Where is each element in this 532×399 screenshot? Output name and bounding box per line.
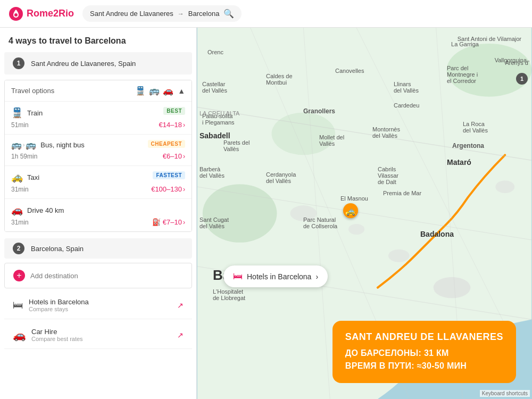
map-label-cardedeu: Cardedeu [394,102,419,109]
collapse-icon[interactable]: ▲ [178,87,185,95]
map-label-cabrils: CabrilsVilassarde Dalt [378,166,398,185]
travel-options-header[interactable]: Travel options 🚆 🚌 🚗 ▲ [5,80,192,101]
map-label-sant-cugat: Sant Cugatdel Vallès [200,217,229,229]
add-destination-icon[interactable]: + [13,270,25,281]
map-label-la-creu: LA CREU ALTA [200,110,239,117]
map-label-parc: Parc delMontnegre iel Corredor [447,65,478,84]
map-label-cerdanyola: Cerdanyoladel Vallès [266,171,296,184]
hotels-service-row[interactable]: 🛏 Hotels in Barcelona Compare stays ↗ [4,292,192,319]
map-label-el-masnou: El Masnou [340,195,368,202]
train-label: Train [27,109,43,117]
bus-duration: 1h 59min [11,153,37,160]
map-label-vilamajor: Sant Antoni de Vilamajor [458,36,521,42]
search-to: Barcelona [188,10,220,18]
info-box: SANT ANDREU DE LLAVANERES ДО БАРСЕЛОНЫ: … [332,321,516,383]
map-label-parc-colserola: Parc Naturalde Collserola [303,217,337,229]
svg-point-10 [495,180,514,193]
svg-point-1 [14,13,18,16]
search-arrow-icon: → [178,10,184,18]
bus-icon: 🚌 [11,140,22,150]
svg-point-6 [434,277,471,298]
train-icon: 🚆 [11,107,23,119]
car-hire-service-icon: 🚗 [13,329,26,342]
hotels-service-icon: 🛏 [13,299,23,311]
map-label-caldes: Caldes deMontbui [266,73,293,86]
map-marker-1: 1 [516,73,528,85]
search-from: Sant Andreu de Llavaneres [90,10,173,18]
map-label-sabadell: Sabadell [200,131,230,140]
info-box-line1: ДО БАРСЕЛОНЫ: 31 КМ [345,347,503,360]
train-duration: 51min [11,121,29,129]
map-label-argentona: Argentona [452,142,484,149]
map-label-la-roca: La Rocadel Vallès [463,121,488,134]
location-1-number: 1 [13,57,24,69]
rome2rio-logo-icon [9,6,23,21]
drive-extras: ⛽ €7–10 › [152,218,185,226]
svg-point-8 [348,224,364,235]
travel-options-label: Travel options [11,87,54,95]
transport-card-bus[interactable]: 🚌 › 🚌 Bus, night bus CHEAPEST 1h 59min €… [5,134,192,165]
transport-filter-icons: 🚆 🚌 🚗 [135,86,173,96]
map-label-parets: Parets delVallès [223,139,250,152]
hotels-service-left: 🛏 Hotels in Barcelona Compare stays [13,298,89,312]
map-label-montornes: Montornèsdel Vallès [372,126,400,139]
transport-card-train[interactable]: 🚆 Train BEST 51min €14–18 › [5,101,192,134]
map-label-badalona: Badalona [420,230,454,238]
search-submit-icon[interactable]: 🔍 [223,9,234,19]
hotels-map-chevron: › [315,272,318,281]
map-label-canovelles: Canovelles [335,68,364,74]
cheapest-badge: CHEAPEST [148,140,185,148]
map-label-arenya: Arenys d' [505,60,529,66]
bus-label: Bus, night bus [40,141,84,149]
info-box-title: SANT ANDREU DE LLAVANERES [345,331,503,343]
map-label-castellar: Castellardel Vallès [202,81,227,94]
location-2-name: Barcelona, Spain [31,245,84,253]
drive-label: Drive 40 km [27,206,64,214]
add-destination-row[interactable]: + [4,263,192,288]
bus-price: €6–10 › [163,152,185,160]
add-destination-input[interactable] [30,272,183,280]
location-2-number: 2 [13,243,24,254]
location-2[interactable]: 2 Barcelona, Spain [4,238,192,259]
map-label-mataro: Mataró [447,158,471,167]
location-1-name: Sant Andreu de Llavaneres, Spain [31,60,136,68]
map-label-premia: Premia de Mar [383,190,421,196]
fuel-icon: ⛽ [152,218,161,226]
taxi-icon: 🚕 [11,171,23,183]
car-hire-service-row[interactable]: 🚗 Car Hire Compare best rates ↗ [4,321,192,349]
car-hire-service-name: Car Hire [31,328,83,336]
svg-point-5 [203,184,277,243]
best-badge: BEST [163,107,185,115]
taxi-duration: 31min [11,186,29,193]
logo[interactable]: Rome2Rio [9,6,74,21]
header: Rome2Rio Sant Andreu de Llavaneres → Bar… [0,0,532,28]
drive-duration: 31min [11,219,29,226]
info-box-line2: ВРЕМЯ В ПУТИ: ≈30-50 МИН [345,360,503,372]
location-1[interactable]: 1 Sant Andreu de Llavaneres, Spain [4,52,192,74]
transport-card-drive[interactable]: 🚗 Drive 40 km 31min ⛽ €7–10 › [5,198,192,231]
transport-card-taxi[interactable]: 🚕 Taxi FASTEST 31min €100–130 › [5,165,192,198]
drive-price: €7–10 › [163,218,185,226]
train-price: €14–18 › [159,121,185,129]
main-layout: 4 ways to travel to Barcelona 1 Sant And… [0,28,532,399]
car-hire-service-left: 🚗 Car Hire Compare best rates [13,328,83,342]
hotels-map-button[interactable]: 🛏 Hotels in Barcelona › [223,265,328,287]
train-filter-icon: 🚆 [135,86,146,96]
taxi-price: €100–130 › [151,185,185,193]
bus-filter-icon: 🚌 [149,86,160,96]
map-label-granollers: Granollers [303,107,335,115]
search-bar[interactable]: Sant Andreu de Llavaneres → Barcelona 🔍 [82,5,242,22]
bus2-icon: 🚌 [26,140,36,150]
fastest-badge: FASTEST [153,171,185,179]
travel-options-section: Travel options 🚆 🚌 🚗 ▲ 🚆 Train [4,80,192,232]
sidebar: 4 ways to travel to Barcelona 1 Sant And… [0,28,197,399]
drive-icon: 🚗 [11,204,23,216]
bus-combo-icon: 🚌 › 🚌 [11,140,36,150]
map-attribution: Keyboard shortcuts [480,390,530,397]
hotels-external-link-icon: ↗ [177,301,184,310]
car-hire-external-link-icon: ↗ [177,331,184,339]
hotel-map-icon: 🛏 [233,271,243,282]
hotels-service-text: Hotels in Barcelona Compare stays [29,298,89,312]
map-taxi-marker: 🚕 [343,203,358,218]
car-filter-icon: 🚗 [163,86,173,96]
